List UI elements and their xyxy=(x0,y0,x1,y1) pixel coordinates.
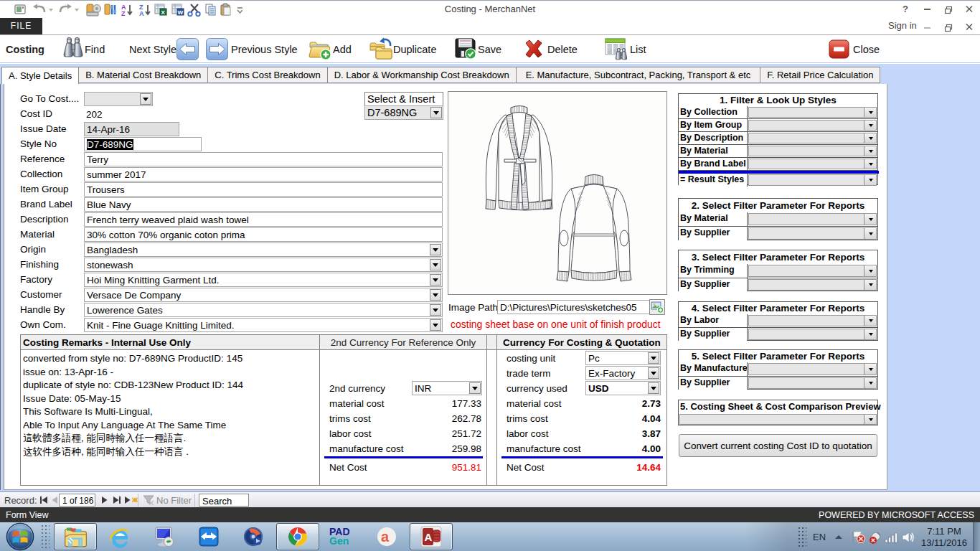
svg-text:a: a xyxy=(381,529,390,545)
svg-text:?: ? xyxy=(903,4,908,14)
svg-text:A: A xyxy=(425,531,433,543)
